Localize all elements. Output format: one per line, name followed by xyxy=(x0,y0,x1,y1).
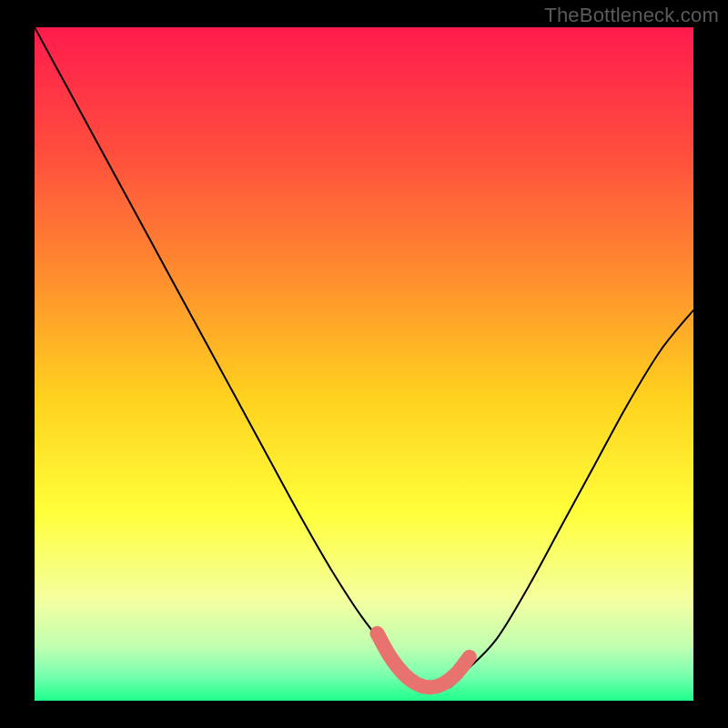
chart-area xyxy=(35,27,693,701)
watermark-text: TheBottleneck.com xyxy=(544,4,719,27)
gradient-background xyxy=(35,27,693,701)
chart-svg xyxy=(35,27,693,701)
